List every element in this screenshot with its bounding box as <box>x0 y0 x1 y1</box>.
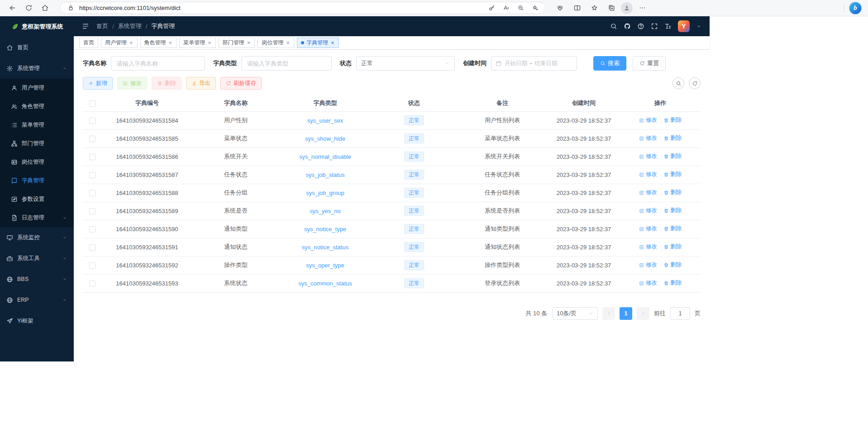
dict-type-link[interactable]: sys_job_status <box>306 171 345 178</box>
row-edit-button[interactable]: 修改 <box>639 243 657 251</box>
dict-type-link[interactable]: sys_job_group <box>306 190 344 196</box>
row-checkbox[interactable] <box>89 190 95 196</box>
sidebar-item-log-management[interactable]: 日志管理 <box>0 209 74 227</box>
help-icon[interactable] <box>637 23 644 30</box>
row-delete-button[interactable]: 删除 <box>663 134 682 142</box>
dict-type-link[interactable]: sys_user_sex <box>307 117 343 124</box>
dict-type-link[interactable]: sys_normal_disable <box>299 153 351 160</box>
goto-page-input[interactable] <box>670 307 690 320</box>
tab-dict-management[interactable]: 字典管理× <box>297 38 339 48</box>
sidebar-item-yi-framework[interactable]: Yi框架 <box>0 310 74 331</box>
dict-type-link[interactable]: sys_notice_type <box>304 226 346 233</box>
breadcrumb-home[interactable]: 首页 <box>96 22 108 30</box>
export-button[interactable]: 导出 <box>186 77 216 90</box>
search-icon[interactable] <box>610 23 617 30</box>
row-delete-button[interactable]: 删除 <box>663 279 682 287</box>
row-edit-button[interactable]: 修改 <box>639 189 657 196</box>
close-icon[interactable]: × <box>168 40 173 46</box>
close-icon[interactable]: × <box>330 40 335 46</box>
menu-fold-icon[interactable] <box>82 23 89 30</box>
row-delete-button[interactable]: 删除 <box>663 225 682 233</box>
sidebar-item-post-management[interactable]: 岗位管理 <box>0 153 74 171</box>
font-size-icon[interactable] <box>664 23 672 30</box>
date-range-picker[interactable]: 开始日期 - 结束日期 <box>491 56 577 71</box>
dict-name-input[interactable] <box>111 56 205 71</box>
tab-menu-management[interactable]: 菜单管理× <box>179 38 216 48</box>
url-text[interactable]: https://ccnetcore.com:1101/system/dict <box>79 5 181 11</box>
dict-type-link[interactable]: sys_show_hide <box>305 135 345 142</box>
breadcrumb-system[interactable]: 系统管理 <box>118 22 142 30</box>
row-edit-button[interactable]: 修改 <box>639 134 657 142</box>
close-icon[interactable]: × <box>286 40 290 46</box>
settings-more-icon[interactable] <box>634 1 650 14</box>
sidebar-item-bbs[interactable]: BBS <box>0 269 74 290</box>
sidebar-item-menu-management[interactable]: 菜单管理 <box>0 116 74 134</box>
row-checkbox[interactable] <box>89 154 95 160</box>
row-edit-button[interactable]: 修改 <box>639 261 657 269</box>
browser-home-button[interactable] <box>37 1 52 14</box>
sidebar-item-dict-management[interactable]: 字典管理 <box>0 171 74 190</box>
row-delete-button[interactable]: 删除 <box>663 207 682 214</box>
row-delete-button[interactable]: 删除 <box>663 243 682 251</box>
split-screen-icon[interactable] <box>569 1 585 14</box>
row-checkbox[interactable] <box>89 244 95 251</box>
tab-post-management[interactable]: 岗位管理× <box>258 38 294 48</box>
toggle-search-button[interactable] <box>672 77 684 89</box>
row-delete-button[interactable]: 删除 <box>663 261 682 269</box>
row-delete-button[interactable]: 删除 <box>663 152 682 160</box>
zoom-out-icon[interactable] <box>515 3 525 13</box>
close-icon[interactable]: × <box>207 40 212 46</box>
row-delete-button[interactable]: 删除 <box>663 171 682 178</box>
sidebar-item-param-settings[interactable]: 参数设置 <box>0 190 74 209</box>
delete-button[interactable]: 删除 <box>152 77 181 90</box>
back-button[interactable] <box>5 1 20 14</box>
next-page-button[interactable] <box>637 307 649 320</box>
tab-user-management[interactable]: 用户管理× <box>101 38 138 48</box>
dict-type-input[interactable] <box>241 56 332 71</box>
sidebar-item-user-management[interactable]: 用户管理 <box>0 79 74 97</box>
dict-type-link[interactable]: sys_notice_status <box>302 244 348 251</box>
row-edit-button[interactable]: 修改 <box>639 152 657 160</box>
row-checkbox[interactable] <box>89 280 95 287</box>
user-menu-caret-icon[interactable] <box>696 24 701 29</box>
row-checkbox[interactable] <box>89 262 95 269</box>
close-icon[interactable]: × <box>247 40 251 46</box>
status-select[interactable]: 正常 <box>356 56 455 71</box>
row-checkbox[interactable] <box>89 118 95 124</box>
row-edit-button[interactable]: 修改 <box>639 207 657 214</box>
dict-type-link[interactable]: sys_common_status <box>298 280 352 287</box>
prev-page-button[interactable] <box>602 307 615 320</box>
row-checkbox[interactable] <box>89 172 95 178</box>
tab-home[interactable]: 首页 <box>79 38 98 48</box>
sidebar-item-role-management[interactable]: 角色管理 <box>0 97 74 116</box>
profile-avatar[interactable] <box>621 2 633 14</box>
sidebar-item-system-tools[interactable]: 系统工具 <box>0 248 74 269</box>
sidebar-item-home[interactable]: 首页 <box>0 37 74 58</box>
sidebar-item-dept-management[interactable]: 部门管理 <box>0 134 74 153</box>
password-key-icon[interactable] <box>486 3 496 13</box>
row-checkbox[interactable] <box>89 136 95 142</box>
user-avatar[interactable]: Y <box>678 20 690 32</box>
close-icon[interactable]: × <box>129 40 134 46</box>
date-start-placeholder[interactable]: 开始日期 <box>505 60 527 67</box>
refresh-table-button[interactable] <box>689 77 701 89</box>
browser-essentials-icon[interactable] <box>552 1 568 14</box>
sidebar-item-system-management[interactable]: 系统管理 <box>0 58 74 79</box>
favorites-icon[interactable] <box>587 1 602 14</box>
row-edit-button[interactable]: 修改 <box>639 116 657 124</box>
tab-role-management[interactable]: 角色管理× <box>140 38 177 48</box>
row-delete-button[interactable]: 删除 <box>663 116 682 124</box>
row-delete-button[interactable]: 删除 <box>663 189 682 196</box>
add-favorite-star-icon[interactable] <box>530 3 540 13</box>
reload-button[interactable] <box>21 1 36 14</box>
tab-dept-management[interactable]: 部门管理× <box>219 38 255 48</box>
add-button[interactable]: 新增 <box>83 77 113 90</box>
current-page-button[interactable]: 1 <box>620 307 632 320</box>
fullscreen-icon[interactable] <box>651 23 658 30</box>
bing-sidebar-button[interactable]: b <box>849 2 862 14</box>
sidebar-item-system-monitor[interactable]: 系统监控 <box>0 227 74 248</box>
select-all-checkbox[interactable] <box>89 100 95 107</box>
row-checkbox[interactable] <box>89 226 95 233</box>
reset-button[interactable]: 重置 <box>633 56 666 71</box>
refresh-cache-button[interactable]: 刷新缓存 <box>220 77 262 90</box>
